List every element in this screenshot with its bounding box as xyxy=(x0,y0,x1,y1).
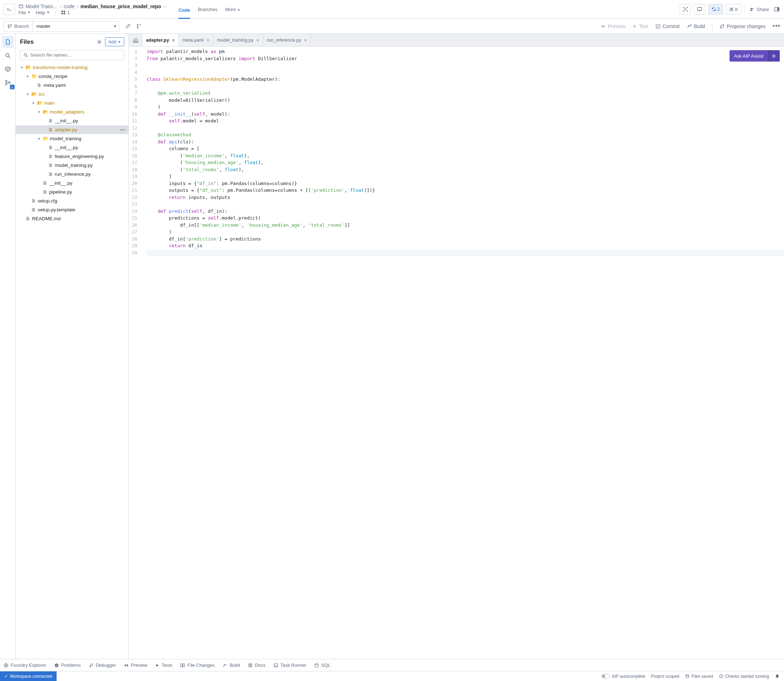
problems-button[interactable]: Problems xyxy=(54,662,81,668)
file-changes-button[interactable]: File Changes xyxy=(180,662,215,668)
svg-rect-0 xyxy=(19,5,23,8)
tree-folder[interactable]: ▾📂model_adapters xyxy=(16,108,129,116)
svg-point-25 xyxy=(6,53,9,57)
workspace-status[interactable]: ✓Workspace connected xyxy=(0,671,57,681)
editor-tabs: adapter.py× meta.yaml× model_training.py… xyxy=(129,34,784,47)
svg-point-30 xyxy=(98,41,100,43)
close-icon[interactable]: × xyxy=(304,37,307,43)
top-tabs: Code Branches More ▼ xyxy=(171,5,240,14)
status-bar: ✓Workspace connected AIP autocomplete Pr… xyxy=(0,671,784,681)
graph-icon[interactable] xyxy=(680,4,691,14)
rail-search-icon[interactable] xyxy=(2,49,14,62)
home-tab-icon[interactable] xyxy=(129,34,143,46)
breadcrumb-root[interactable]: Model Traini… xyxy=(25,3,58,9)
tab-branches[interactable]: Branches xyxy=(198,5,217,14)
bell-icon[interactable] xyxy=(775,674,780,679)
preview-panel-button[interactable]: Preview xyxy=(124,662,148,668)
svg-point-27 xyxy=(5,80,7,82)
gear-icon[interactable] xyxy=(97,39,102,45)
preview-button[interactable]: Preview xyxy=(601,24,625,29)
editor-tab[interactable]: run_inference.py× xyxy=(263,34,311,46)
new-branch-icon[interactable] xyxy=(136,24,142,29)
tree-file[interactable]: 🗎feature_engineering.py xyxy=(16,152,129,161)
add-button[interactable]: Add ▼ xyxy=(105,37,124,46)
tree-folder[interactable]: ▾📁model_training xyxy=(16,134,129,143)
autocomplete-toggle[interactable]: AIP autocomplete xyxy=(601,674,646,679)
docs-button[interactable]: Docs xyxy=(248,662,266,668)
editor-tab[interactable]: meta.yaml× xyxy=(179,34,213,46)
commit-button[interactable]: Commit xyxy=(655,24,680,29)
sync-button[interactable]: 2 xyxy=(708,4,723,14)
build-panel-button[interactable]: Build xyxy=(222,662,240,668)
svg-point-18 xyxy=(8,27,10,28)
tree-file[interactable]: 🗎README.md xyxy=(16,214,129,223)
editor-tab[interactable]: adapter.py× xyxy=(143,34,179,46)
project-scoped-status[interactable]: Project scoped xyxy=(651,674,679,679)
chevron-right-icon: › xyxy=(76,3,78,9)
svg-point-13 xyxy=(751,8,752,9)
tree-file-selected[interactable]: 🗎adapter.py••• xyxy=(16,125,129,134)
task-runner-button[interactable]: Task Runner xyxy=(273,662,306,668)
tree-file[interactable]: 🗎setup.py.template xyxy=(16,205,129,214)
close-icon[interactable]: × xyxy=(256,37,259,43)
checks-status[interactable]: Checks started running xyxy=(719,674,769,679)
panel-icon[interactable] xyxy=(774,6,780,12)
sql-button[interactable]: SQL xyxy=(314,662,330,668)
star-icon[interactable]: ☆ xyxy=(163,3,168,9)
gear-icon[interactable] xyxy=(768,50,780,62)
svg-point-20 xyxy=(137,24,138,25)
chevron-right-icon: › xyxy=(60,3,62,9)
svg-line-26 xyxy=(8,56,10,58)
file-tree: ▾📂transforms-model-training ▾📁conda_reci… xyxy=(16,63,129,659)
help-menu[interactable]: Help ▼ xyxy=(36,10,50,15)
svg-rect-38 xyxy=(274,664,278,667)
tree-file[interactable]: 🗎__init__.py xyxy=(16,143,129,152)
tree-file[interactable]: 🗎__init__.py xyxy=(16,179,129,187)
svg-point-33 xyxy=(773,55,774,57)
rail-files-icon[interactable] xyxy=(2,36,14,48)
svg-rect-4 xyxy=(62,13,63,14)
share-button[interactable]: Share xyxy=(747,7,771,12)
file-search-input[interactable] xyxy=(20,50,124,60)
tree-file[interactable]: 🗎meta.yaml xyxy=(16,81,129,90)
collaborators-count[interactable]: 1 xyxy=(61,10,70,15)
code-editor[interactable]: 1234567891011121314151617181920212223242… xyxy=(129,47,784,659)
chevron-down-icon: ▾ xyxy=(111,24,119,29)
tree-folder[interactable]: ▾📂src xyxy=(16,90,129,98)
more-actions-icon[interactable]: ••• xyxy=(773,22,781,30)
file-menu[interactable]: File ▼ xyxy=(19,10,31,15)
command-palette-button[interactable]: ⌘K xyxy=(726,4,742,14)
debugger-button[interactable]: Debugger xyxy=(89,662,116,668)
build-button[interactable]: Build xyxy=(687,24,705,29)
tab-more[interactable]: More ▼ xyxy=(225,5,240,14)
bottom-panel-bar: Foundry Explorer Problems Debugger Previ… xyxy=(0,659,784,671)
tree-file[interactable]: 🗎__init__.py xyxy=(16,116,129,125)
tests-button[interactable]: Tests xyxy=(155,662,172,668)
left-rail: 1 xyxy=(0,34,16,659)
branch-bar: Branch master ▾ Preview Test Commit Buil… xyxy=(0,19,784,34)
editor-tab[interactable]: model_training.py× xyxy=(213,34,263,46)
close-icon[interactable]: × xyxy=(206,37,209,43)
close-icon[interactable]: × xyxy=(172,37,175,43)
tree-folder[interactable]: ▾📂main xyxy=(16,98,129,108)
tab-code[interactable]: Code xyxy=(178,6,190,19)
breadcrumb-mid[interactable]: code xyxy=(64,3,75,9)
branch-selector[interactable]: Branch master ▾ xyxy=(3,21,120,32)
monitor-icon[interactable] xyxy=(694,4,705,14)
tree-folder[interactable]: ▾📁conda_recipe xyxy=(16,72,129,81)
svg-point-39 xyxy=(315,663,318,665)
tree-file[interactable]: 🗎run_inference.py xyxy=(16,170,129,179)
edit-icon[interactable] xyxy=(123,24,133,29)
svg-rect-37 xyxy=(183,664,184,667)
tree-file[interactable]: 🗎pipeline.py xyxy=(16,187,129,196)
tree-folder[interactable]: ▾📂transforms-model-training xyxy=(16,63,129,72)
propose-changes-button[interactable]: Propose changes xyxy=(720,24,765,29)
tree-file[interactable]: 🗎setup.cfg xyxy=(16,196,129,205)
rail-package-icon[interactable] xyxy=(2,63,14,75)
test-button[interactable]: Test xyxy=(633,24,648,29)
more-icon[interactable]: ••• xyxy=(120,127,126,132)
rail-source-control-icon[interactable]: 1 xyxy=(2,76,14,89)
foundry-explorer-button[interactable]: Foundry Explorer xyxy=(3,662,46,668)
ask-aip-assist-button[interactable]: Ask AIP Assist xyxy=(730,50,780,62)
tree-file[interactable]: 🗎model_training.py xyxy=(16,161,129,170)
